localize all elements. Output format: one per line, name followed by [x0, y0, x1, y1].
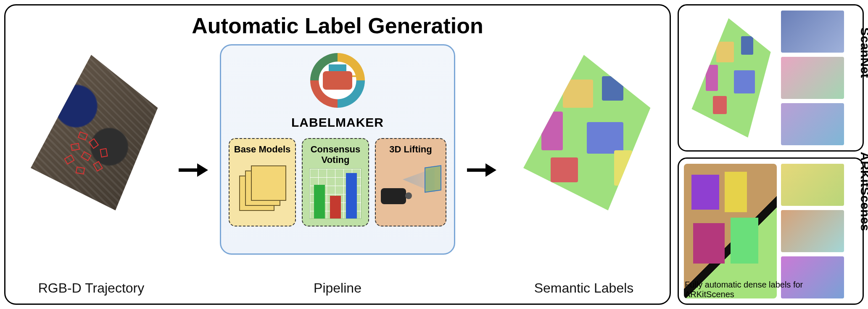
- output-column: Semantic Labels: [508, 44, 660, 296]
- camera-frustum-icon: [71, 143, 80, 151]
- right-panel-group: ScanNet Fully automatic dense labels for…: [678, 4, 864, 305]
- arkit-thumb-2: [781, 210, 844, 252]
- pipeline-caption: Pipeline: [314, 280, 361, 296]
- module-3d-lifting: 3D Lifting: [375, 138, 446, 226]
- arkit-title: ARKitScenes: [858, 152, 868, 231]
- rgbd-trajectory-scene: [16, 44, 167, 221]
- scannet-title: ScanNet: [858, 27, 868, 78]
- rgbd-room-icon: [16, 44, 167, 221]
- projector-icon: [379, 165, 442, 212]
- module-base-title: Base Models: [234, 144, 291, 154]
- arkit-card: Fully automatic dense labels for ARKitSc…: [678, 157, 864, 305]
- arrow-icon: [467, 162, 496, 178]
- scannet-thumb-2: [781, 57, 844, 99]
- input-caption: RGB-D Trajectory: [38, 280, 144, 296]
- module-consensus-title: Consensus Voting: [306, 144, 365, 165]
- module-consensus: Consensus Voting: [302, 138, 369, 226]
- module-lift-title: 3D Lifting: [389, 144, 432, 154]
- camera-frustum-icon: [76, 166, 85, 174]
- scannet-thumbs: [781, 11, 844, 145]
- semantic-room-icon: [508, 44, 660, 221]
- scannet-card: ScanNet: [678, 4, 864, 152]
- module-base-models: Base Models: [229, 138, 296, 226]
- output-caption: Semantic Labels: [534, 280, 634, 296]
- main-title: Automatic Label Generation: [16, 13, 660, 38]
- scannet-preview: [684, 11, 777, 145]
- input-column: RGB-D Trajectory: [16, 44, 167, 296]
- scannet-thumb-1: [781, 11, 844, 53]
- labelmaker-name: LABELMAKER: [291, 115, 384, 130]
- arkit-preview: [684, 164, 777, 298]
- pipeline-column: LABELMAKER Base Models Consensus Voting: [220, 44, 455, 296]
- arkit-thumb-1: [781, 164, 844, 206]
- main-panel: Automatic Label Generation RGB-D Traject…: [4, 4, 671, 305]
- arkit-thumbs: [781, 164, 844, 298]
- arrow-icon: [179, 162, 208, 178]
- camera-frustum-icon: [100, 148, 108, 157]
- pipeline-box: LABELMAKER Base Models Consensus Voting: [220, 44, 455, 255]
- labelmaker-logo-icon: [310, 53, 365, 108]
- scannet-thumb-3: [781, 103, 844, 145]
- semantic-labels-scene: [508, 44, 660, 221]
- bar-chart-icon: [309, 168, 361, 219]
- arkit-subcaption: Fully automatic dense labels for ARKitSc…: [685, 280, 811, 299]
- stacked-sheets-icon: [239, 165, 285, 212]
